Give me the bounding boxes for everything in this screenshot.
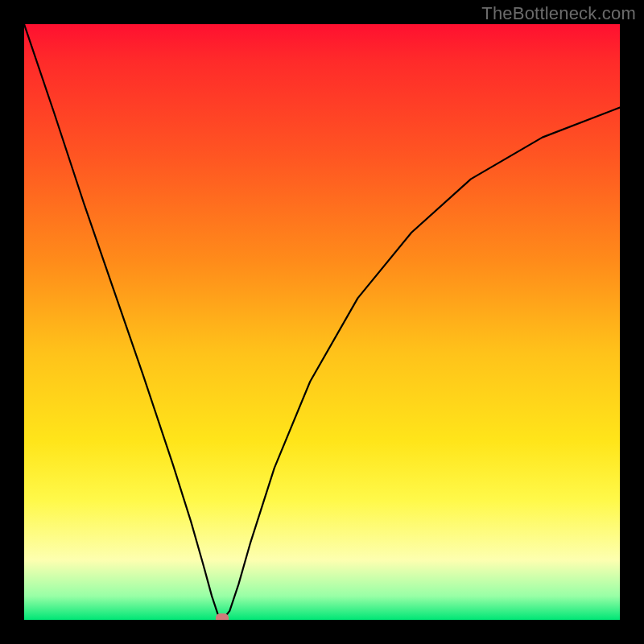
plot-area	[24, 24, 620, 620]
watermark-label: TheBottleneck.com	[481, 3, 636, 24]
optimal-marker	[216, 613, 229, 620]
bottleneck-curve	[24, 24, 620, 620]
chart-frame: TheBottleneck.com	[0, 0, 644, 644]
